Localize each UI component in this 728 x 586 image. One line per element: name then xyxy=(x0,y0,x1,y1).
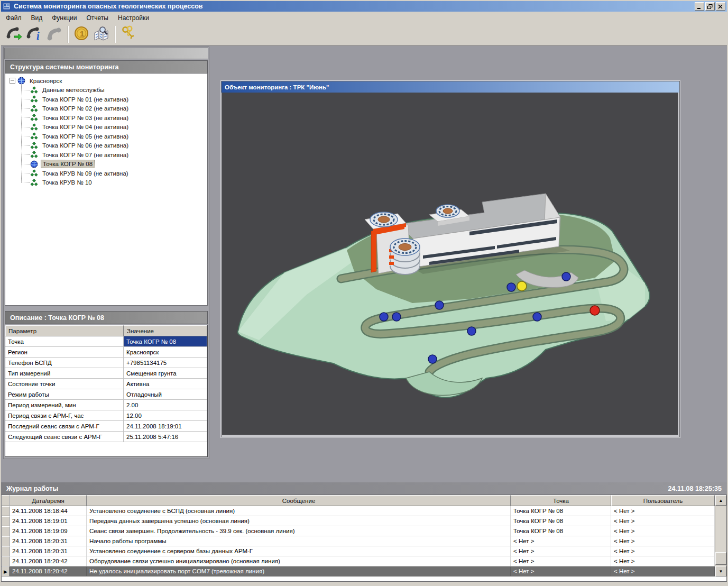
row-selector[interactable] xyxy=(2,556,10,566)
monitoring-point-blue[interactable] xyxy=(380,313,388,321)
scrollbar-thumb[interactable] xyxy=(715,552,726,565)
tree-item[interactable]: Точка КОГР № 07 (не активна) xyxy=(5,150,207,160)
description-row[interactable]: РегионКрасноярск xyxy=(5,347,207,358)
tree-item[interactable]: Точка КРУВ № 09 (не активна) xyxy=(5,169,207,178)
point-cell: < Нет > xyxy=(511,566,611,576)
phone-info-button[interactable]: i xyxy=(24,26,44,43)
sensor-cluster-icon xyxy=(30,123,38,131)
tree-item-label: Точка КОГР № 04 (не активна) xyxy=(41,123,130,131)
row-selector[interactable] xyxy=(2,506,10,516)
scroll-down-icon[interactable]: ▼ xyxy=(715,566,726,576)
description-table: Параметр Значение ТочкаТочка КОГР № 08Ре… xyxy=(5,325,208,457)
svg-text:i: i xyxy=(36,30,40,41)
param-column-header[interactable]: Параметр xyxy=(5,325,124,336)
keys-access-button[interactable] xyxy=(118,26,139,43)
col-header-user[interactable]: Пользователь xyxy=(611,495,715,506)
value-cell[interactable]: +79851134175 xyxy=(124,358,207,368)
tree-item[interactable]: Точка КРУВ № 10 xyxy=(5,178,207,188)
tree-item[interactable]: Точка КОГР № 02 (не активна) xyxy=(5,104,207,114)
scene-viewport-3d[interactable] xyxy=(222,93,678,435)
description-row[interactable]: ТочкаТочка КОГР № 08 xyxy=(5,336,207,347)
log-row[interactable]: 24.11.2008 18:19:09Сеанс связи завершен.… xyxy=(2,526,715,536)
point-cell: Точка КОГР № 08 xyxy=(511,506,611,516)
tree-item[interactable]: Точка КОГР № 01 (не активна) xyxy=(5,95,207,104)
row-selector[interactable] xyxy=(2,546,10,556)
message-cell: Установлено соединение с сервером базы д… xyxy=(87,546,511,556)
phone-connect-button[interactable] xyxy=(4,26,24,43)
coin-history-button[interactable]: 1 xyxy=(71,26,91,43)
col-header-point[interactable]: Точка xyxy=(511,495,611,506)
description-row[interactable]: Телефон БСПД+79851134175 xyxy=(5,358,207,368)
tree-item-label: Точка КОГР № 03 (не активна) xyxy=(41,114,130,122)
col-header-message[interactable]: Сообщение xyxy=(87,495,511,506)
description-row[interactable]: Состояние точкиАктивна xyxy=(5,379,207,389)
log-scrollbar[interactable]: ▲ ▼ xyxy=(715,495,726,576)
monitoring-point-yellow[interactable] xyxy=(517,281,527,291)
phone-disconnect-button[interactable] xyxy=(44,26,64,43)
map-view-button[interactable] xyxy=(91,26,112,43)
menu-item[interactable]: Функции xyxy=(47,13,81,23)
menu-item[interactable]: Настройки xyxy=(113,13,154,23)
panel-splitter[interactable] xyxy=(4,48,208,59)
log-row[interactable]: 24.11.2008 18:20:31Установлено соединени… xyxy=(2,546,715,556)
value-cell[interactable]: Смещения грунта xyxy=(124,368,207,379)
description-row[interactable]: Последний сеанс связи с АРМ-Г24.11.2008 … xyxy=(5,421,207,432)
close-button[interactable] xyxy=(716,2,725,11)
menu-item[interactable]: Отчеты xyxy=(82,13,113,23)
description-row[interactable]: Период измерений, мин2.00 xyxy=(5,400,207,410)
tree-item[interactable]: Точка КОГР № 06 (не активна) xyxy=(5,141,207,151)
description-rows: ТочкаТочка КОГР № 08РегионКрасноярскТеле… xyxy=(5,336,207,442)
log-row[interactable]: 24.11.2008 18:19:01Передача данных завер… xyxy=(2,516,715,526)
row-selector[interactable] xyxy=(2,526,10,536)
log-row[interactable]: 24.11.2008 18:20:42Оборудование связи ус… xyxy=(2,556,715,566)
log-rows: 24.11.2008 18:18:44Установлено соединени… xyxy=(2,506,715,576)
current-row-marker-icon[interactable]: ▶ xyxy=(2,566,10,576)
tree-item[interactable]: Данные метеослужбы xyxy=(5,86,207,95)
description-row[interactable]: Тип измеренийСмещения грунта xyxy=(5,368,207,379)
scroll-up-icon[interactable]: ▲ xyxy=(715,495,726,506)
monitoring-point-blue[interactable] xyxy=(392,313,401,321)
minimize-button[interactable] xyxy=(695,2,704,11)
value-cell[interactable]: 2.00 xyxy=(124,400,207,410)
monitoring-point-blue[interactable] xyxy=(435,301,444,309)
monitoring-point-blue[interactable] xyxy=(507,283,515,291)
value-cell[interactable]: 12.00 xyxy=(124,410,207,421)
log-row[interactable]: 24.11.2008 18:20:31Начало работы програм… xyxy=(2,536,715,546)
phone-disconnect-icon xyxy=(46,25,63,43)
restore-button[interactable] xyxy=(705,2,715,11)
tree-root-item[interactable]: Красноярск xyxy=(5,76,207,86)
sensor-cluster-icon xyxy=(30,132,38,140)
value-column-header[interactable]: Значение xyxy=(124,325,207,336)
monitoring-tree: Красноярск Данные метеослужбыТочка КОГР … xyxy=(5,74,208,306)
log-row[interactable]: 24.11.2008 18:18:44Установлено соединени… xyxy=(2,506,715,516)
collapse-icon[interactable] xyxy=(10,78,15,84)
monitoring-point-blue[interactable] xyxy=(428,355,437,363)
monitoring-point-red[interactable] xyxy=(590,306,600,315)
description-row[interactable]: Режим работыОтладочный xyxy=(5,389,207,400)
col-header-datetime[interactable]: Дата/время xyxy=(10,495,87,506)
value-cell[interactable]: 24.11.2008 18:19:01 xyxy=(124,421,207,432)
description-row[interactable]: Период связи с АРМ-Г, час12.00 xyxy=(5,410,207,421)
monitoring-point-blue[interactable] xyxy=(533,313,541,321)
menu-item[interactable]: Вид xyxy=(26,13,48,23)
menu-item[interactable]: Файл xyxy=(1,13,26,23)
value-cell[interactable]: Точка КОГР № 08 xyxy=(124,336,207,347)
row-selector[interactable] xyxy=(2,536,10,546)
message-cell: Передача данных завершена успешно (основ… xyxy=(87,516,511,526)
value-cell[interactable]: 25.11.2008 5:47:16 xyxy=(124,432,207,442)
monitoring-point-blue[interactable] xyxy=(467,327,476,335)
log-row[interactable]: ▶24.11.2008 18:20:42Не удалось инициализ… xyxy=(2,566,715,576)
monitoring-point-blue[interactable] xyxy=(562,272,570,281)
value-cell[interactable]: Красноярск xyxy=(124,347,207,358)
tree-item[interactable]: Точка КОГР № 05 (не активна) xyxy=(5,132,207,141)
tree-item[interactable]: Точка КОГР № 08 xyxy=(5,160,207,169)
tree-item[interactable]: Точка КОГР № 03 (не активна) xyxy=(5,113,207,123)
row-selector[interactable] xyxy=(2,516,10,526)
value-cell[interactable]: Активна xyxy=(124,379,207,389)
param-cell: Телефон БСПД xyxy=(5,358,124,368)
scrollbar-track[interactable] xyxy=(715,506,726,566)
description-row[interactable]: Следующий сеанс связи с АРМ-Г25.11.2008 … xyxy=(5,432,207,442)
value-cell[interactable]: Отладочный xyxy=(124,389,207,400)
tree-item[interactable]: Точка КОГР № 04 (не активна) xyxy=(5,123,207,132)
param-cell: Последний сеанс связи с АРМ-Г xyxy=(5,421,124,432)
